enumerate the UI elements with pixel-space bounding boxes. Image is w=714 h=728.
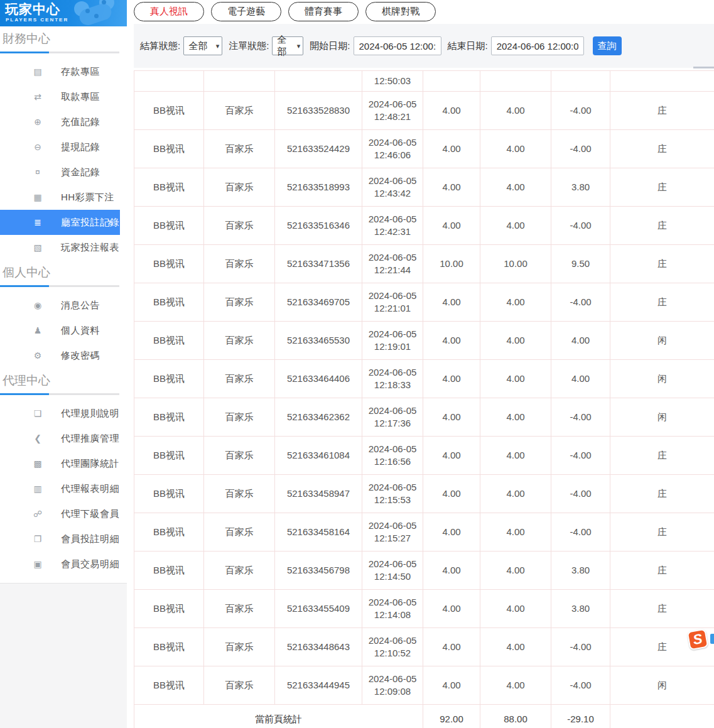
sidebar-item-label: 代理規則說明 bbox=[61, 408, 119, 420]
table-row: BB视讯 百家乐 521633524429 2024-06-0512:46:06… bbox=[134, 130, 714, 168]
table-row: BB视讯 百家乐 521633455409 2024-06-0512:14:08… bbox=[134, 590, 714, 628]
cell-win-loss: 3.80 bbox=[551, 168, 610, 207]
footer-empty bbox=[610, 705, 714, 728]
tab-2[interactable]: 體育賽事 bbox=[288, 2, 359, 21]
sidebar-item-recharge-record[interactable]: ⊕ 充值記錄 bbox=[0, 109, 127, 134]
sidebar-item-label: 會員投註明細 bbox=[61, 533, 119, 545]
cell-game: 百家乐 bbox=[204, 628, 275, 666]
cell-win-loss: -4.00 bbox=[551, 130, 610, 168]
cell-bet-no: 521633458164 bbox=[275, 513, 362, 551]
sidebar-item-player-bet-report[interactable]: ▧ 玩家投注報表 bbox=[0, 235, 127, 260]
cell-platform: BB视讯 bbox=[134, 513, 204, 551]
cell-game: 百家乐 bbox=[204, 283, 275, 322]
sidebar-section-label: 個人中心 bbox=[0, 260, 127, 285]
sidebar-item-agent-report[interactable]: ▥ 代理報表明細 bbox=[0, 476, 127, 501]
table-row: BB视讯 百家乐 521633464406 2024-06-0512:18:33… bbox=[134, 360, 714, 398]
sidebar-item-label: 充值記錄 bbox=[61, 116, 100, 128]
sidebar: 玩家中心 PLAYERS CENTER 財務中心 ▤ 存款專區 ⇄ 取款專區 ⊕… bbox=[0, 0, 127, 728]
cell-valid-amount: 4.00 bbox=[480, 130, 551, 168]
cell-game: 百家乐 bbox=[204, 168, 275, 207]
sidebar-section-label: 財務中心 bbox=[0, 26, 127, 52]
table-row: 12:50:03 bbox=[134, 71, 714, 92]
sidebar-item-label: 存款專區 bbox=[61, 66, 100, 78]
sogou-ime-badge[interactable]: S bbox=[687, 629, 709, 651]
cell-datetime: 2024-06-0512:48:21 bbox=[362, 92, 423, 130]
sidebar-item-label: 玩家投注報表 bbox=[61, 242, 119, 254]
cell-bet-content: 庄 bbox=[610, 475, 714, 513]
cell-win-loss: -4.00 bbox=[551, 92, 610, 130]
cell-platform: BB视讯 bbox=[134, 398, 204, 437]
cell-bet-no: 521633524429 bbox=[275, 130, 362, 168]
agent-report-icon: ▥ bbox=[31, 484, 44, 494]
start-date-input[interactable] bbox=[354, 36, 441, 55]
cell-valid-amount bbox=[480, 71, 551, 92]
sidebar-item-deposit[interactable]: ▤ 存款專區 bbox=[0, 59, 127, 84]
gamepad-icon bbox=[70, 0, 121, 26]
chevron-right-icon: › bbox=[107, 215, 111, 228]
sidebar-item-change-password[interactable]: ⚙ 修改密碼 bbox=[0, 343, 127, 368]
sidebar-item-room-bet-record[interactable]: ≣ 廳室投註記錄 › bbox=[0, 210, 120, 235]
sidebar-item-member-bet-detail[interactable]: ❐ 會員投註明細 bbox=[0, 526, 127, 551]
cell-datetime: 2024-06-0512:14:50 bbox=[362, 551, 423, 590]
cell-bet-amount: 4.00 bbox=[423, 551, 480, 590]
sidebar-item-member-transaction[interactable]: ▣ 會員交易明細 bbox=[0, 551, 127, 577]
cell-bet-amount: 4.00 bbox=[423, 322, 480, 360]
cell-platform: BB视讯 bbox=[134, 92, 204, 130]
footer-label: 當前頁統計 bbox=[134, 705, 423, 728]
start-date-label: 開始日期: bbox=[310, 40, 350, 52]
cell-game: 百家乐 bbox=[204, 551, 275, 590]
sidebar-item-withdraw[interactable]: ⇄ 取款專區 bbox=[0, 84, 127, 109]
cell-game: 百家乐 bbox=[204, 666, 275, 705]
table-row: BB视讯 百家乐 521633444945 2024-06-0512:09:08… bbox=[134, 666, 714, 705]
settle-status-select[interactable]: 全部 ▾ bbox=[183, 36, 222, 55]
cell-platform: BB视讯 bbox=[134, 130, 204, 168]
cell-datetime: 2024-06-0512:43:42 bbox=[362, 168, 423, 207]
sidebar-item-label: 資金記錄 bbox=[61, 166, 100, 178]
cell-bet-amount: 4.00 bbox=[423, 398, 480, 437]
end-date-input[interactable] bbox=[491, 36, 584, 55]
tab-0[interactable]: 真人視訊 bbox=[134, 2, 204, 21]
cell-win-loss: 3.80 bbox=[551, 590, 610, 628]
sidebar-item-lottery-bet[interactable]: ▦ HH彩票下注 bbox=[0, 185, 127, 210]
cell-datetime: 2024-06-0512:21:44 bbox=[362, 245, 423, 283]
cell-bet-amount: 4.00 bbox=[423, 92, 480, 130]
sidebar-item-label: 代理報表明細 bbox=[61, 483, 119, 495]
sidebar-item-funds-record[interactable]: ¤ 資金記錄 bbox=[0, 160, 127, 185]
sidebar-item-agent-promotion[interactable]: ❮ 代理推廣管理 bbox=[0, 426, 127, 451]
cell-platform: BB视讯 bbox=[134, 551, 204, 590]
cell-bet-no: 521633444945 bbox=[275, 666, 362, 705]
cell-bet-no: 521633462362 bbox=[275, 398, 362, 437]
sidebar-item-label: 修改密碼 bbox=[61, 350, 100, 362]
cell-win-loss: 4.00 bbox=[551, 360, 610, 398]
table-row: BB视讯 百家乐 521633448643 2024-06-0512:10:52… bbox=[134, 628, 714, 666]
cell-bet-content bbox=[610, 71, 714, 92]
cell-bet-no: 521633465530 bbox=[275, 322, 362, 360]
order-status-select[interactable]: 全部 ▾ bbox=[272, 36, 303, 55]
cell-valid-amount: 4.00 bbox=[480, 360, 551, 398]
cell-win-loss: 4.00 bbox=[551, 322, 610, 360]
room-bet-record-icon: ≣ bbox=[31, 217, 44, 227]
sidebar-item-agent-team-stats[interactable]: ▩ 代理團隊統計 bbox=[0, 451, 127, 476]
section-underline bbox=[0, 285, 119, 287]
cell-bet-no: 521633448643 bbox=[275, 628, 362, 666]
member-transaction-icon: ▣ bbox=[31, 559, 44, 569]
sidebar-item-withdrawal-record[interactable]: ⊖ 提現記錄 bbox=[0, 134, 127, 160]
footer-valid-total: 88.00 bbox=[480, 705, 551, 728]
tab-1[interactable]: 電子遊藝 bbox=[211, 2, 281, 21]
settle-status-label: 結算狀態: bbox=[140, 40, 180, 52]
scrollbar-thumb[interactable] bbox=[693, 67, 714, 68]
sidebar-item-announcement[interactable]: ◉ 消息公告 bbox=[0, 293, 127, 318]
cell-datetime: 2024-06-0512:19:01 bbox=[362, 322, 423, 360]
cell-datetime: 2024-06-0512:46:06 bbox=[362, 130, 423, 168]
sidebar-item-profile[interactable]: ♟ 個人資料 bbox=[0, 318, 127, 343]
sidebar-item-agent-members[interactable]: ☍ 代理下級會員 bbox=[0, 501, 127, 526]
sidebar-item-agent-rules[interactable]: ❏ 代理規則說明 bbox=[0, 401, 127, 426]
chevron-down-icon: ▾ bbox=[216, 42, 220, 50]
cell-game: 百家乐 bbox=[204, 475, 275, 513]
cell-datetime: 2024-06-0512:15:53 bbox=[362, 475, 423, 513]
sidebar-section-label: 代理中心 bbox=[0, 368, 127, 393]
agent-team-stats-icon: ▩ bbox=[31, 459, 44, 469]
tab-3[interactable]: 棋牌對戰 bbox=[365, 2, 436, 21]
search-button[interactable]: 查詢 bbox=[593, 36, 622, 55]
cell-valid-amount: 4.00 bbox=[480, 437, 551, 475]
